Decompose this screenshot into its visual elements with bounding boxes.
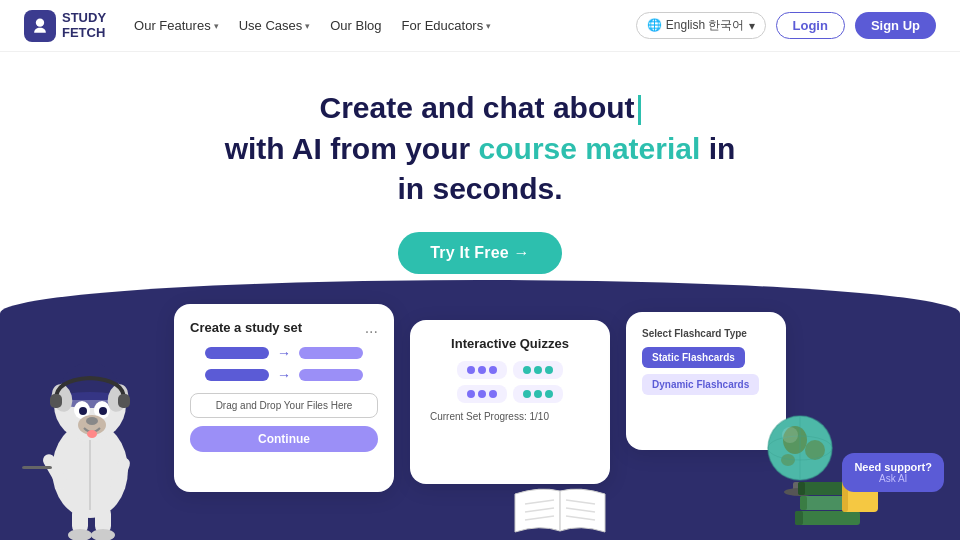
svg-rect-36 (800, 496, 807, 510)
quiz-option[interactable] (457, 361, 507, 379)
svg-rect-13 (50, 394, 62, 408)
dot-green (545, 366, 553, 374)
continue-button[interactable]: Continue (190, 426, 378, 452)
arrow-right-icon: → (277, 345, 291, 361)
nav-item-educators[interactable]: For Educators ▾ (402, 18, 492, 33)
nav-item-features[interactable]: Our Features ▾ (134, 18, 219, 33)
logo[interactable]: STUDY FETCH (24, 10, 106, 42)
svg-rect-16 (22, 466, 52, 469)
chevron-down-icon: ▾ (305, 21, 310, 31)
bar-right (299, 347, 363, 359)
dot-purple (467, 366, 475, 374)
chevron-down-icon: ▾ (214, 21, 219, 31)
dot-green (534, 366, 542, 374)
svg-point-7 (99, 407, 107, 415)
svg-point-32 (782, 427, 798, 443)
mascot-dog (20, 310, 160, 540)
dot-purple (467, 390, 475, 398)
language-selector[interactable]: 🌐 English 한국어 ▾ (636, 12, 765, 39)
drag-drop-area[interactable]: Drag and Drop Your Files Here (190, 393, 378, 418)
nav-links: Our Features ▾ Use Cases ▾ Our Blog For … (134, 18, 636, 33)
static-flashcards-button[interactable]: Static Flashcards (642, 347, 745, 368)
card1-title: Create a study set (190, 320, 302, 335)
card3-title: Select Flashcard Type (642, 328, 770, 339)
card1-rows: → → (190, 345, 378, 383)
dot-green (545, 390, 553, 398)
svg-point-21 (91, 529, 115, 540)
logo-icon (24, 10, 56, 42)
svg-point-6 (79, 407, 87, 415)
quiz-rows (426, 361, 594, 403)
login-button[interactable]: Login (776, 12, 845, 39)
list-item (426, 361, 594, 379)
bar-left (205, 369, 269, 381)
svg-rect-33 (795, 511, 860, 525)
svg-rect-34 (795, 511, 803, 525)
nav-right: 🌐 English 한국어 ▾ Login Sign Up (636, 12, 936, 39)
try-free-button[interactable]: Try It Free → (398, 232, 562, 274)
quiz-option[interactable] (513, 361, 563, 379)
list-item: → (205, 367, 363, 383)
cursor-blink (638, 95, 641, 125)
logo-text: STUDY FETCH (62, 11, 106, 40)
support-title: Need support? (854, 461, 932, 473)
dot-purple (478, 366, 486, 374)
list-item (426, 385, 594, 403)
bar-left (205, 347, 269, 359)
list-item: → (205, 345, 363, 361)
svg-point-9 (86, 417, 98, 425)
svg-point-10 (87, 430, 97, 438)
svg-point-0 (36, 18, 44, 26)
navbar: STUDY FETCH Our Features ▾ Use Cases ▾ O… (0, 0, 960, 52)
dot-purple (489, 366, 497, 374)
signup-button[interactable]: Sign Up (855, 12, 936, 39)
dot-purple (478, 390, 486, 398)
nav-item-usecases[interactable]: Use Cases ▾ (239, 18, 311, 33)
svg-rect-38 (798, 482, 805, 495)
hero-title: Create and chat about with AI from your … (0, 88, 960, 210)
support-sub: Ask AI (854, 473, 932, 484)
dynamic-flashcards-button[interactable]: Dynamic Flashcards (642, 374, 759, 395)
card2-title: Interactive Quizzes (426, 336, 594, 351)
more-options-icon[interactable]: ··· (365, 323, 378, 341)
svg-point-20 (68, 529, 92, 540)
dot-green (534, 390, 542, 398)
quiz-progress: Current Set Progress: 1/10 (426, 411, 594, 422)
interactive-quizzes-card: Interactive Quizzes (410, 320, 610, 484)
svg-rect-14 (118, 394, 130, 408)
dot-green (523, 390, 531, 398)
create-study-set-card: Create a study set ··· → → Drag and Drop… (174, 304, 394, 492)
hero-section: Create and chat about with AI from your … (0, 52, 960, 274)
arrow-right-icon: → (277, 367, 291, 383)
dot-green (523, 366, 531, 374)
chevron-down-icon: ▾ (749, 19, 755, 33)
chevron-down-icon: ▾ (486, 21, 491, 31)
open-book-decoration (510, 486, 610, 540)
support-bubble[interactable]: Need support? Ask AI (842, 453, 944, 492)
nav-item-blog[interactable]: Our Blog (330, 18, 381, 33)
quiz-option[interactable] (457, 385, 507, 403)
dot-purple (489, 390, 497, 398)
quiz-option[interactable] (513, 385, 563, 403)
bar-right (299, 369, 363, 381)
